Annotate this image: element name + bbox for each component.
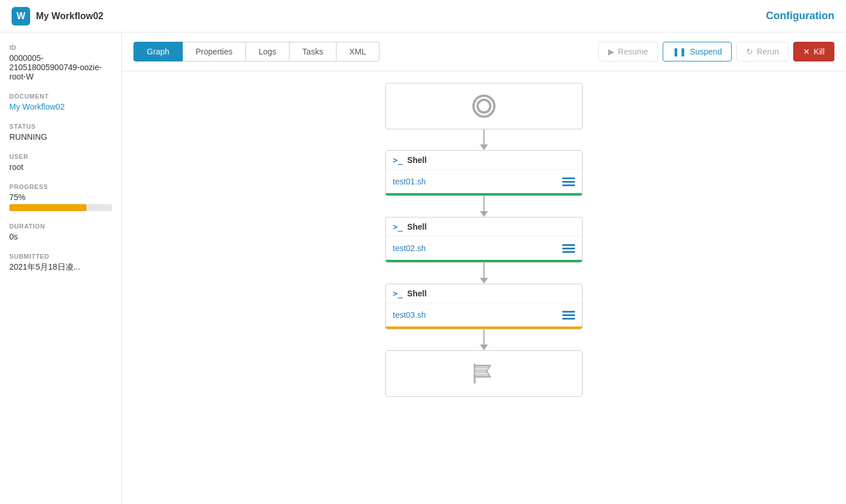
tab-tasks[interactable]: Tasks [290,42,337,61]
shell-list-icon-3 [562,311,575,320]
tab-logs[interactable]: Logs [246,42,290,61]
submitted-value: 2021年5月18日凌... [9,262,112,273]
suspend-button[interactable]: ❚❚ Suspend [663,42,732,61]
shell-script-3: test03.sh [393,310,426,320]
shell-prompt-3: >_ [393,289,403,298]
id-label: ID [9,44,112,51]
shell-bottom-bar-2 [386,260,582,262]
arrow-head-4 [480,345,488,350]
arrow-line-2 [483,196,485,211]
configuration-link[interactable]: Configuration [766,10,834,22]
document-value[interactable]: My Workflow02 [9,102,112,111]
header-left: W My Workflow02 [12,7,103,26]
shell-label-3: Shell [407,289,426,298]
duration-value: 0s [9,232,112,241]
resume-label: Resume [618,47,648,56]
arrow-head-2 [480,211,488,217]
sidebar-status-field: STATUS RUNNING [9,123,112,142]
shell-list-icon-2 [562,244,575,253]
start-icon [472,95,496,118]
kill-label: Kill [814,47,825,56]
sidebar: ID 0000005-210518005900749-oozie-root-W … [0,32,122,504]
document-label: DOCUMENT [9,93,112,100]
user-value: root [9,162,112,172]
shell-prompt-2: >_ [393,222,403,231]
kill-button[interactable]: ✕ Kill [793,42,834,61]
shell-node-3[interactable]: >_ Shell test03.sh [385,284,583,329]
submitted-label: SUBMITTED [9,253,112,260]
id-value: 0000005-210518005900749-oozie-root-W [9,53,112,81]
shell-bottom-bar-3 [386,327,582,329]
rerun-button[interactable]: ↻ Rerun [736,42,789,61]
end-icon [472,363,496,384]
arrow-2 [480,196,488,217]
shell-script-1: test01.sh [393,177,426,186]
sidebar-user-field: USER root [9,153,112,172]
tab-xml[interactable]: XML [337,42,379,61]
sidebar-submitted-field: SUBMITTED 2021年5月18日凌... [9,253,112,273]
graph-content: >_ Shell test01.sh [385,83,583,492]
shell-label-2: Shell [407,222,426,231]
shell-body-2: test02.sh [386,237,582,260]
pause-icon: ❚❚ [673,47,686,56]
sidebar-duration-field: DURATION 0s [9,223,112,241]
sidebar-document-field: DOCUMENT My Workflow02 [9,93,112,111]
resume-button[interactable]: ▶ Resume [598,42,658,61]
arrow-line-4 [483,329,485,345]
end-node[interactable] [385,350,583,397]
content-area: Graph Properties Logs Tasks XML ▶ Resume… [122,32,846,504]
rerun-icon: ↻ [746,47,753,56]
user-label: USER [9,153,112,160]
shell-bottom-bar-1 [386,193,582,195]
shell-body-1: test01.sh [386,170,582,193]
sidebar-id-field: ID 0000005-210518005900749-oozie-root-W [9,44,112,81]
start-node[interactable] [385,83,583,129]
suspend-label: Suspend [690,47,722,56]
arrow-head-3 [480,278,488,284]
arrow-1 [480,129,488,150]
shell-script-2: test02.sh [393,244,426,253]
app-title: My Workflow02 [36,11,103,21]
main-layout: ID 0000005-210518005900749-oozie-root-W … [0,32,846,504]
arrow-line-3 [483,263,485,278]
shell-body-3: test03.sh [386,303,582,327]
progress-value: 75% [9,193,112,202]
shell-label-1: Shell [407,155,426,165]
arrow-head-1 [480,144,488,150]
shell-header-3: >_ Shell [386,284,582,303]
shell-prompt-1: >_ [393,155,403,165]
tab-properties[interactable]: Properties [183,42,246,61]
shell-node-1[interactable]: >_ Shell test01.sh [385,150,583,196]
progress-bar-container [9,204,112,211]
status-label: STATUS [9,123,112,130]
rerun-label: Rerun [757,47,779,56]
toolbar: Graph Properties Logs Tasks XML ▶ Resume… [122,32,846,71]
flag-svg [472,363,496,384]
play-icon: ▶ [608,47,614,56]
progress-bar-fill [9,204,86,211]
header: W My Workflow02 Configuration [0,0,846,32]
shell-header-2: >_ Shell [386,217,582,237]
duration-label: DURATION [9,223,112,230]
sidebar-progress-field: PROGRESS 75% [9,183,112,211]
app-logo: W [12,7,30,26]
shell-header-1: >_ Shell [386,151,582,170]
shell-node-2[interactable]: >_ Shell test02.sh [385,217,583,263]
arrow-3 [480,263,488,284]
kill-icon: ✕ [803,47,810,56]
tab-graph[interactable]: Graph [133,42,183,61]
progress-label: PROGRESS [9,183,112,190]
arrow-line-1 [483,129,485,144]
arrow-4 [480,329,488,350]
shell-list-icon-1 [562,177,575,186]
graph-area: >_ Shell test01.sh [122,71,846,504]
status-value: RUNNING [9,132,112,142]
